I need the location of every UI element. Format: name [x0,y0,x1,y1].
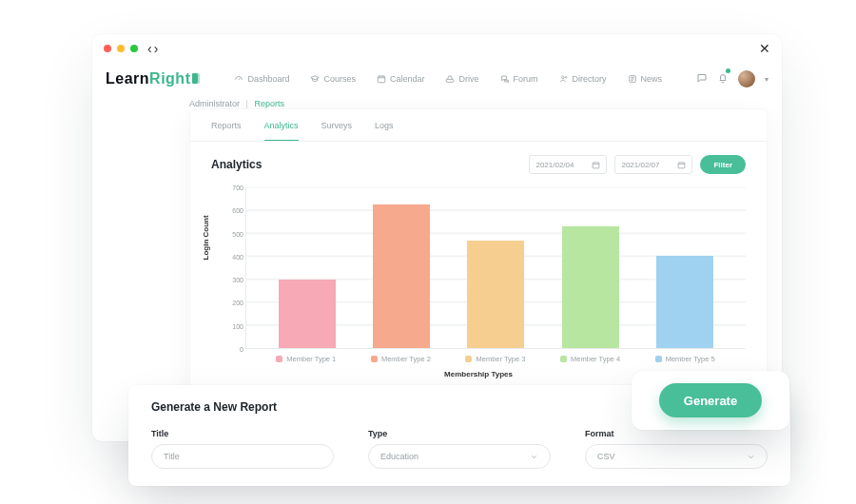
close-icon[interactable]: ✕ [759,41,770,56]
legend-label: Member Type 5 [666,355,715,363]
nav-calendar[interactable]: Calendar [377,74,425,84]
field-label: Format [585,429,768,438]
generate-button[interactable]: Generate [659,383,762,417]
nav-label: Calendar [390,74,425,84]
legend-label: Member Type 1 [286,355,336,363]
format-select[interactable]: CSV [585,444,768,469]
date-to-input[interactable]: 2021/02/07 [614,155,692,174]
nav-news[interactable]: News [628,74,663,84]
bell-icon[interactable] [717,70,729,87]
ytick: 300 [232,277,243,283]
chat-icon[interactable] [696,70,708,87]
legend-label: Member Type 3 [476,355,525,363]
chart-ylabel: Login Count [202,215,210,260]
bar [562,226,619,348]
brand-left: Learn [106,70,149,87]
minimize-dot-icon[interactable] [117,45,125,52]
nav-forum[interactable]: Forum [500,74,538,84]
date-to-value: 2021/02/07 [621,161,659,169]
nav-drive[interactable]: Drive [445,74,478,84]
forward-button[interactable]: › [154,41,159,56]
ytick: 100 [232,322,243,329]
maximize-dot-icon[interactable] [130,45,138,52]
nav-directory[interactable]: Directory [559,74,607,84]
tab-analytics[interactable]: Analytics [264,121,299,141]
svg-rect-0 [378,76,385,83]
report-fields: Title Title Type Education Format CSV [151,429,768,469]
legend-label: Member Type 4 [571,355,620,363]
history-nav: ‹ › [147,41,158,56]
legend-item: Member Type 2 [371,355,431,363]
breadcrumb-root[interactable]: Administrator [189,99,240,108]
panel-title: Analytics [211,158,262,171]
chart-yaxis: 0100200300400500600700 [223,187,243,349]
filter-button[interactable]: Filter [700,155,746,174]
drive-icon [445,74,455,84]
titlebar: ‹ › ✕ [92,34,782,63]
nav-label: Courses [323,74,356,84]
chart-legend: Member Type 1Member Type 2Member Type 3M… [245,355,746,363]
back-button[interactable]: ‹ [147,41,152,56]
legend-item: Member Type 4 [560,355,620,363]
brand-logo[interactable]: LearnRight [106,70,200,87]
directory-icon [559,74,569,84]
legend-swatch-icon [276,356,282,362]
news-icon [628,74,637,84]
nav-label: Drive [458,74,478,84]
legend-swatch-icon [655,356,662,362]
type-select[interactable]: Education [368,444,551,469]
ytick: 500 [232,230,243,237]
legend-swatch-icon [371,356,378,362]
bar [656,256,713,348]
legend-swatch-icon [560,356,567,362]
svg-point-2 [561,76,564,79]
svg-rect-1 [447,79,455,82]
chart-plot [245,187,746,349]
tab-surveys[interactable]: Surveys [321,121,353,141]
title-input[interactable]: Title [151,444,334,469]
date-from-value: 2021/02/04 [535,161,574,169]
nav-label: Dashboard [247,74,289,84]
title-placeholder: Title [164,452,180,461]
forum-icon [500,74,510,84]
svg-rect-6 [679,162,686,167]
chevron-down-icon[interactable]: ▾ [765,75,768,84]
book-icon [192,73,200,84]
ytick: 600 [232,207,243,214]
calendar-icon [377,74,386,84]
field-label: Title [151,429,334,438]
svg-point-3 [565,77,567,79]
tab-reports[interactable]: Reports [211,121,242,141]
bar [373,204,430,348]
legend-item: Member Type 3 [465,355,525,363]
legend-item: Member Type 5 [655,355,715,363]
report-tabs: Reports Analytics Surveys Logs [190,109,767,142]
chevron-down-icon [530,453,538,461]
panel-header: Analytics 2021/02/04 2021/02/07 Filter [190,142,767,178]
breadcrumb-current: Reports [254,99,284,108]
grad-cap-icon [310,74,320,84]
close-dot-icon[interactable] [104,45,111,52]
nav-label: News [641,74,663,84]
ytick: 700 [232,184,243,191]
window-controls [104,45,138,52]
legend-swatch-icon [465,356,472,362]
topbar: LearnRight Dashboard Courses Calendar Dr… [92,63,782,95]
main-nav: Dashboard Courses Calendar Drive Forum D… [234,74,662,84]
tab-logs[interactable]: Logs [375,121,394,141]
calendar-icon [677,161,686,169]
date-from-input[interactable]: 2021/02/04 [529,155,607,174]
bar [467,241,524,348]
nav-dashboard[interactable]: Dashboard [234,74,289,84]
field-type: Type Education [368,429,551,469]
legend-label: Member Type 2 [381,355,431,363]
legend-item: Member Type 1 [276,355,336,363]
ytick: 400 [232,253,243,260]
breadcrumb-sep: | [246,99,248,108]
gauge-icon [234,74,243,84]
avatar[interactable] [738,70,755,87]
chevron-down-icon [747,453,755,461]
nav-courses[interactable]: Courses [310,74,356,84]
format-value: CSV [597,452,615,461]
bar [279,280,336,348]
